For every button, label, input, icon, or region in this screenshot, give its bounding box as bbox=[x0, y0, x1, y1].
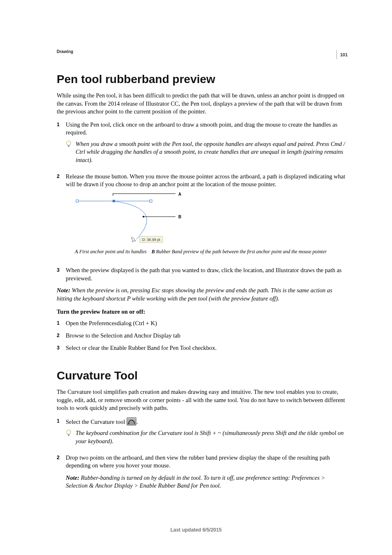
note-block: Note: When the preview is on, pressing E… bbox=[57, 287, 348, 303]
step-text: When the preview displayed is the path t… bbox=[66, 267, 342, 282]
tip-text: When you draw a smooth point with the Pe… bbox=[76, 140, 348, 164]
note-label: Note: bbox=[57, 287, 70, 294]
caption-key-b: B bbox=[152, 249, 155, 254]
note-text: When the preview is on, pressing Esc sto… bbox=[57, 287, 332, 302]
lightbulb-icon bbox=[66, 141, 71, 148]
svg-point-0 bbox=[67, 141, 71, 145]
step-number: 2 bbox=[57, 173, 66, 263]
step-number: 3 bbox=[57, 266, 66, 282]
figure-tooltip: D: 36.98 pt bbox=[142, 238, 161, 242]
step-number: 1 bbox=[57, 319, 66, 328]
step-text: Release the mouse button. When you move … bbox=[66, 173, 345, 188]
note-text: Rubber-banding is turned on by default i… bbox=[66, 474, 325, 489]
figure-label-a: A bbox=[178, 192, 181, 197]
tip-block: When you draw a smooth point with the Pe… bbox=[66, 140, 348, 164]
svg-rect-3 bbox=[76, 200, 78, 202]
subheading: Turn the preview feature on or off: bbox=[57, 308, 348, 315]
page-number-text: 101 bbox=[340, 52, 348, 57]
caption-text-a: First anchor point and its handles bbox=[79, 249, 147, 254]
svg-point-7 bbox=[143, 216, 144, 217]
page-number: 101 bbox=[337, 50, 348, 59]
intro-paragraph: While using the Pen tool, it has been di… bbox=[57, 92, 348, 116]
section-title-curvature: Curvature Tool bbox=[57, 369, 348, 382]
step-text-pre: Select the Curvature tool bbox=[66, 419, 127, 425]
step-text: Open the Preferencesdialog (Ctrl + K) bbox=[66, 320, 157, 326]
rubberband-figure: A B D: 36.98 pt bbox=[75, 192, 348, 245]
caption-key-a: A bbox=[75, 249, 78, 254]
svg-rect-4 bbox=[150, 200, 152, 202]
step-text: Drop two points on the artboard, and the… bbox=[66, 454, 330, 469]
section-title-pen-rubberband: Pen tool rubberband preview bbox=[57, 73, 348, 86]
step-text-post: . bbox=[136, 419, 138, 425]
note-block: Note: Rubber-banding is turned on by def… bbox=[66, 474, 348, 490]
step-number: 2 bbox=[57, 332, 66, 340]
step-text: Browse to the Selection and Anchor Displ… bbox=[66, 332, 180, 339]
step-number: 1 bbox=[57, 417, 66, 450]
chapter-header: Drawing bbox=[57, 49, 348, 54]
figure-caption: A First anchor point and its handles B R… bbox=[75, 249, 348, 255]
tip-text: The keyboard combination for the Curvatu… bbox=[76, 429, 348, 445]
note-label: Note: bbox=[66, 474, 79, 481]
footer-last-updated: Last updated 6/5/2015 bbox=[0, 527, 392, 533]
svg-point-11 bbox=[67, 430, 71, 434]
step-number: 1 bbox=[57, 121, 66, 169]
figure-label-b: B bbox=[178, 215, 181, 219]
tip-block: The keyboard combination for the Curvatu… bbox=[66, 429, 348, 445]
lightbulb-icon bbox=[66, 430, 71, 437]
step-text: Using the Pen tool, click once on the ar… bbox=[66, 121, 337, 136]
svg-point-9 bbox=[128, 423, 129, 424]
caption-text-b: Rubber Band preview of the path between … bbox=[156, 249, 327, 254]
intro-paragraph: The Curvature tool simplifies path creat… bbox=[57, 388, 348, 412]
svg-point-10 bbox=[132, 420, 134, 421]
step-text: Select or clear the Enable Rubber Band f… bbox=[66, 345, 217, 351]
step-number: 3 bbox=[57, 344, 66, 352]
curvature-tool-icon bbox=[127, 417, 136, 426]
step-number: 2 bbox=[57, 454, 66, 496]
